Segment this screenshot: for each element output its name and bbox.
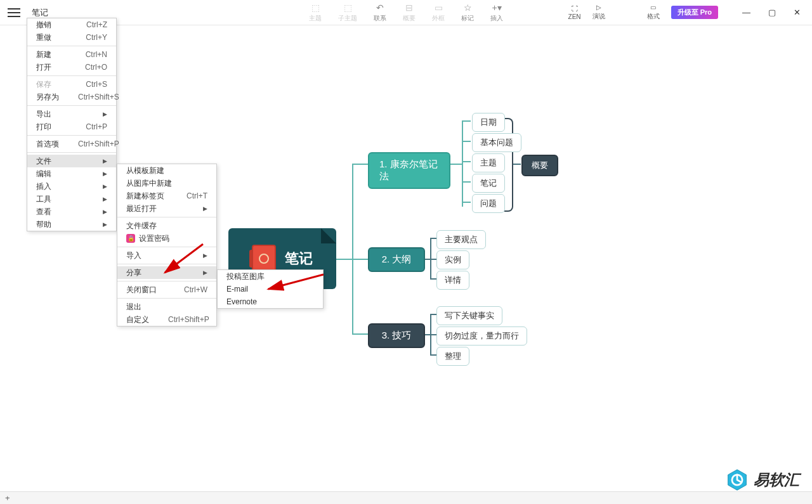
leaf-no-excess[interactable]: 切勿过度，量力而行 [436,326,527,346]
menu-undo[interactable]: 撤销Ctrl+Z [27,18,116,31]
watermark-logo-icon [726,468,749,491]
menu-view[interactable]: 查看▶ [27,205,116,218]
toolbar: 笔记 ⬚主题 ⬚子主题 ↶联系 ⊟概要 ▭外框 ☆标记 +▾插入 ⛶ZEN ▷演… [0,0,812,25]
subtopic-button[interactable]: ⬚子主题 [336,3,360,23]
leaf-date[interactable]: 日期 [472,113,505,132]
menu-exit[interactable]: 退出 [117,300,216,313]
annotation-arrow-1 [159,241,209,279]
leaf-note[interactable]: 笔记 [472,174,505,193]
svg-line-0 [165,244,203,273]
menu-from-gallery[interactable]: 从图库中新建 [117,177,216,190]
summary-node[interactable]: 概要 [521,155,558,176]
watermark: 易软汇 [726,468,799,491]
minimize-icon[interactable]: — [742,8,750,17]
zen-button[interactable]: ⛶ZEN [568,5,581,20]
menu-custom[interactable]: 自定义Ctrl+Shift+P [117,313,216,326]
play-icon: ▷ [596,4,601,11]
chevron-right-icon: ▶ [103,111,107,117]
chevron-right-icon: ▶ [103,221,107,228]
chevron-right-icon: ▶ [103,183,107,190]
boundary-icon: ▭ [433,3,444,13]
bottom-bar: + [0,491,812,504]
format-icon: ▭ [650,4,656,11]
main-menu: 撤销Ctrl+Z 重做Ctrl+Y 新建Ctrl+N 打开Ctrl+O 保存Ct… [27,18,117,231]
menu-close-win[interactable]: 关闭窗口Ctrl+W [117,283,216,296]
menu-save[interactable]: 保存Ctrl+S [27,78,116,91]
menu-export[interactable]: 导出▶ [27,108,116,120]
menu-new-tab[interactable]: 新建标签页Ctrl+T [117,190,216,202]
add-tab-button[interactable]: + [5,493,10,503]
format-button[interactable]: ▭格式 [647,4,660,21]
topic-button[interactable]: ⬚主题 [306,3,324,23]
menu-redo[interactable]: 重做Ctrl+Y [27,31,116,44]
leaf-basic-q[interactable]: 基本问题 [472,133,521,152]
svg-line-1 [268,275,324,289]
relation-icon: ↶ [374,3,386,13]
menu-saveas[interactable]: 另存为Ctrl+Shift+S [27,91,116,103]
leaf-organize[interactable]: 整理 [436,347,469,366]
summary-icon: ⊟ [403,3,415,13]
leaf-key-fact[interactable]: 写下关键事实 [436,306,502,325]
zen-icon: ⛶ [572,5,578,12]
menu-from-template[interactable]: 从模板新建 [117,164,216,177]
leaf-detail[interactable]: 详情 [436,271,469,290]
leaf-example[interactable]: 实例 [436,250,469,269]
branch-outline[interactable]: 2. 大纲 [368,247,425,272]
maximize-icon[interactable]: ▢ [768,8,776,17]
close-icon[interactable]: ✕ [794,8,801,17]
menu-evernote[interactable]: Evernote [218,295,323,308]
branch-cornell[interactable]: 1. 康奈尔笔记法 [368,152,450,189]
upgrade-button[interactable]: 升级至 Pro [671,6,718,19]
watermark-text: 易软汇 [754,470,799,490]
star-icon: ☆ [462,3,473,13]
menu-edit[interactable]: 编辑▶ [27,167,116,180]
leaf-main-point[interactable]: 主要观点 [436,230,486,249]
menu-insert[interactable]: 插入▶ [27,180,116,193]
marker-button[interactable]: ☆标记 [459,3,476,23]
chevron-right-icon: ▶ [103,171,107,177]
hamburger-menu-icon[interactable] [8,8,20,17]
topic-icon: ⬚ [310,3,321,13]
insert-button[interactable]: +▾插入 [488,3,506,23]
notebook-icon [252,245,276,273]
present-button[interactable]: ▷演说 [593,4,605,21]
summary-button[interactable]: ⊟概要 [400,3,418,23]
plus-icon: +▾ [491,3,502,13]
menu-help[interactable]: 帮助▶ [27,218,116,231]
menu-tools[interactable]: 工具▶ [27,193,116,205]
chevron-right-icon: ▶ [103,158,107,164]
relation-button[interactable]: ↶联系 [371,3,389,23]
subtopic-icon: ⬚ [342,3,353,13]
menu-recent[interactable]: 最近打开▶ [117,202,216,215]
boundary-button[interactable]: ▭外框 [429,3,447,23]
leaf-question[interactable]: 问题 [472,194,505,213]
leaf-topic[interactable]: 主题 [472,153,505,172]
menu-pref[interactable]: 首选项Ctrl+Shift+P [27,138,116,150]
menu-file[interactable]: 文件▶ [27,155,116,167]
document-title: 笔记 [32,7,48,18]
menu-print[interactable]: 打印Ctrl+P [27,120,116,133]
menu-open[interactable]: 打开Ctrl+O [27,61,116,74]
chevron-right-icon: ▶ [103,196,107,202]
chevron-right-icon: ▶ [203,205,207,212]
chevron-right-icon: ▶ [103,209,107,215]
menu-cache[interactable]: 文件缓存 [117,219,216,232]
lock-icon: 🔒 [126,234,135,243]
branch-tips[interactable]: 3. 技巧 [368,323,425,348]
fold-corner-icon [321,228,336,243]
menu-new[interactable]: 新建Ctrl+N [27,48,116,61]
root-label: 笔记 [285,249,313,268]
annotation-arrow-2 [263,271,327,297]
